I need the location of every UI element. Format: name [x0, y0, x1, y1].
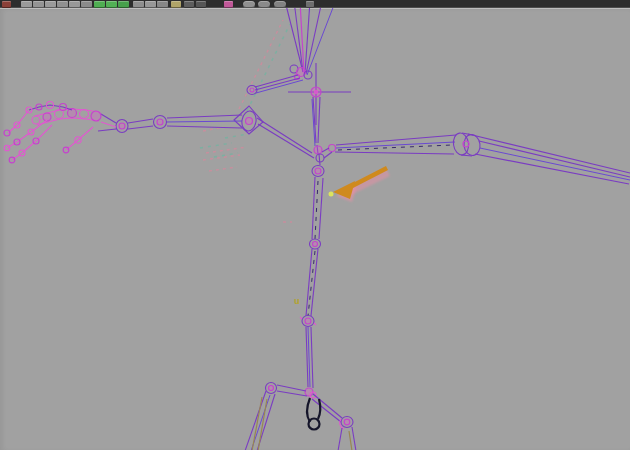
skeleton-chest — [257, 118, 336, 177]
toolbar-icon-gray-1[interactable] — [21, 1, 32, 8]
toolbar-icon-gray-2[interactable] — [33, 1, 44, 8]
toolbar-icon-round-1[interactable] — [243, 1, 255, 8]
toolbar-icon-gray-5[interactable] — [69, 1, 80, 8]
toolbar-icon-round-2[interactable] — [258, 1, 270, 8]
skeleton-left-hand — [4, 102, 101, 163]
skeleton-left-arm — [98, 106, 263, 134]
yellow-dot-marker — [329, 192, 334, 197]
toolbar-icon-green-3[interactable] — [118, 1, 129, 8]
u-mark: u — [294, 297, 300, 306]
toolbar-icon-gray-3[interactable] — [45, 1, 56, 8]
toolbar-icon-red[interactable] — [2, 1, 11, 8]
skeleton-pelvis-legs — [245, 383, 356, 450]
skeleton-head-neck — [247, 1, 351, 146]
toolbar-icon-yellow[interactable] — [171, 1, 181, 8]
toolbar-icon-pink[interactable] — [224, 1, 233, 8]
annotation-arrow — [333, 168, 388, 202]
skeleton-spine — [300, 177, 323, 388]
toolbar-icon-gray-4[interactable] — [57, 1, 68, 8]
toolbar-icon-gray-7[interactable] — [133, 1, 144, 8]
toolbar-icon-dim-1[interactable] — [184, 1, 194, 8]
toolbar-icon-gray-9[interactable] — [157, 1, 168, 8]
toolbar-icon-round-3[interactable] — [274, 1, 286, 8]
viewport-3d[interactable]: u persp — [0, 8, 630, 450]
toolbar-icon-gray-6[interactable] — [81, 1, 92, 8]
toolbar-icon-dim-3[interactable] — [306, 1, 314, 8]
toolbar-icon-dim-2[interactable] — [196, 1, 206, 8]
toolbar-icon-green-1[interactable] — [94, 1, 105, 8]
skeleton-wireframe: u — [0, 1, 630, 450]
application-window: u persp — [0, 0, 630, 450]
toolbar — [0, 0, 630, 8]
toolbar-icon-green-2[interactable] — [106, 1, 117, 8]
toolbar-icon-gray-8[interactable] — [145, 1, 156, 8]
